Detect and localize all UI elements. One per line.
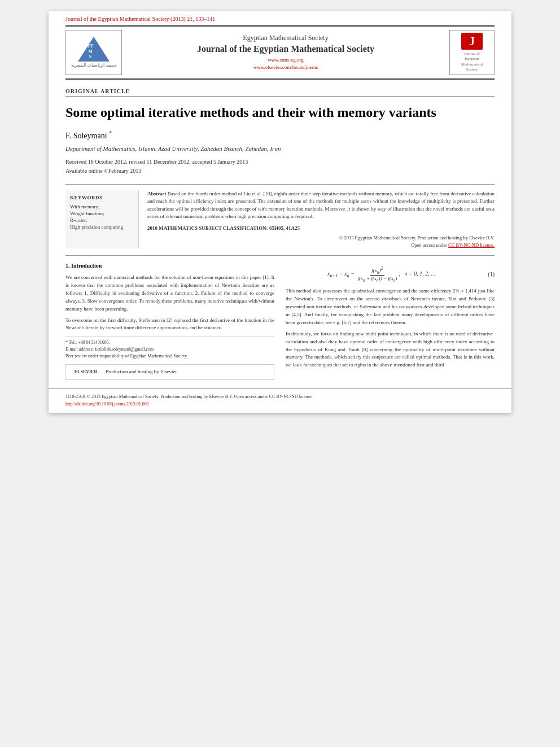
article-type-label: ORIGINAL ARTICLE (65, 88, 495, 97)
keywords-label: KEYWORDS (70, 195, 134, 200)
elsevier-tagline: Production and hosting by Elsevier (106, 368, 177, 376)
page-footer: 1110-256X © 2013 Egyptian Mathematical S… (49, 388, 511, 413)
abstract-text: Abstract Based on the fourth-order metho… (147, 190, 495, 221)
body-column-right: xn+1 = xn − f(xn)2 f(xn + f(xn)) − f(xn)… (286, 261, 495, 380)
footer-doi: http://dx.doi.org/10.1016/j.joems.2013.0… (65, 401, 495, 408)
society-logo-left: ETM S جمعية الرياضيات المصرية (65, 30, 122, 75)
journal-urls: www.etms-eg.org www.elsevier.com/locate/… (128, 56, 444, 72)
journal-header-center: Egyptian Mathematical Society Journal of… (122, 34, 449, 72)
footnote-3: Peer review under responsibility of Egyp… (65, 353, 274, 360)
intro-para-2: To overcome on the first difficulty, Ste… (65, 317, 274, 333)
footer-issn: 1110-256X © 2013 Egyptian Mathematical S… (65, 394, 495, 401)
footnote-1: * Tel.: +98 9151401695. (65, 339, 274, 346)
body-column-left: 1. Introduction We are concerned with nu… (65, 261, 274, 380)
elsevier-production-box: ELSEVIER Production and hosting by Elsev… (65, 364, 274, 380)
math-classification: 2010 MATHEMATICS SUBJECT CLASSIFICATION:… (147, 225, 495, 231)
journal-citation: Journal of the Egyptian Mathematical Soc… (65, 16, 495, 22)
equation-1-number: (1) (478, 270, 495, 279)
keyword-1: With memory; (70, 204, 134, 209)
article-dates: Received 18 October 2012; revised 11 Dec… (65, 158, 495, 176)
author-name: F. Soleymani * (65, 130, 495, 141)
elsevier-logo: ELSEVIER (72, 369, 100, 375)
right-para-2: In this study, we focus on finding new m… (286, 330, 495, 370)
keywords-section: KEYWORDS With memory; Weight function; R… (65, 190, 139, 249)
equation-1: xn+1 = xn − f(xn)2 f(xn + f(xn)) − f(xn)… (286, 266, 495, 283)
keyword-2: Weight function; (70, 211, 134, 216)
author-affiliation: Department of Mathematics, Islamic Azad … (65, 145, 495, 152)
footnotes: * Tel.: +98 9151401695. E-mail address: … (65, 337, 274, 360)
footnote-2: E-mail address: fazlollah.soleymani@gmai… (65, 346, 274, 353)
article-title: Some optimal iterative methods and their… (65, 104, 495, 121)
section-1-title: 1. Introduction (65, 261, 274, 270)
keyword-3: R-order; (70, 217, 134, 223)
journal-full-name: Journal of the Egyptian Mathematical Soc… (128, 44, 444, 54)
copyright-text: © 2013 Egyptian Mathematical Society. Pr… (147, 234, 495, 249)
abstract-section: Abstract Based on the fourth-order metho… (147, 190, 495, 249)
intro-para-1: We are concerned with numerical methods … (65, 274, 274, 313)
keyword-4: High precision computing (70, 224, 134, 230)
publisher-logo-right: J Journal ofEgyptianMathematicalSociety (449, 30, 495, 75)
society-name: Egyptian Mathematical Society (128, 34, 444, 42)
right-para-1: This method also possesses the quadratic… (286, 287, 495, 327)
equation-1-content: xn+1 = xn − f(xn)2 f(xn + f(xn)) − f(xn)… (286, 266, 478, 283)
